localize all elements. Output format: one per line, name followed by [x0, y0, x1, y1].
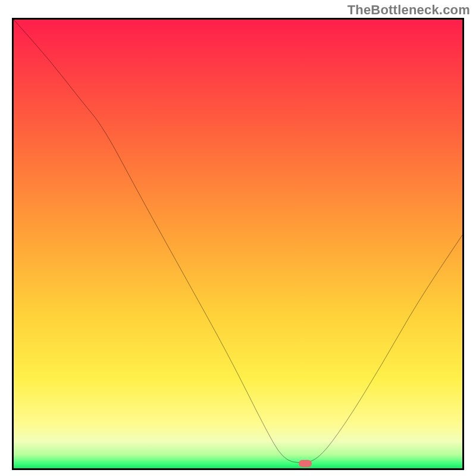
- plot-area: [12, 18, 464, 470]
- chart-wrapper: TheBottleneck.com: [0, 0, 476, 476]
- optimal-point-marker: [299, 460, 312, 467]
- watermark-text: TheBottleneck.com: [347, 2, 470, 18]
- bottleneck-curve: [14, 20, 462, 468]
- bottleneck-curve-path: [14, 20, 462, 463]
